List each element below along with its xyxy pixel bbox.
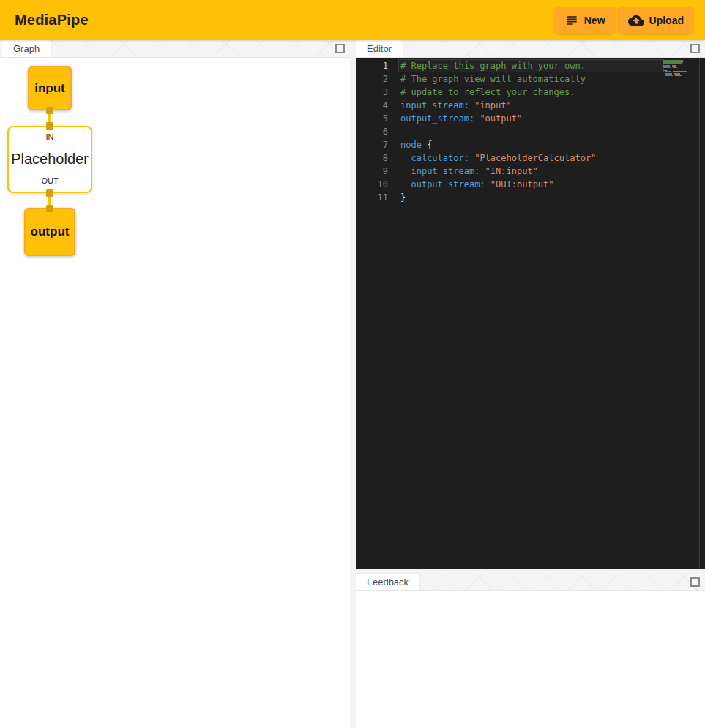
code-line: 6 <box>356 125 705 138</box>
graph-node-output-label: output <box>31 225 70 239</box>
tab-editor[interactable]: Editor <box>356 40 403 57</box>
line-number: 3 <box>356 86 388 99</box>
graph-canvas[interactable]: input IN Placeholder OUT output <box>0 58 350 728</box>
notes-icon <box>564 13 579 28</box>
graph-node-input[interactable]: input <box>28 66 72 110</box>
port-placeholder-in[interactable] <box>46 122 53 130</box>
new-button[interactable]: New <box>554 7 616 34</box>
vertical-splitter[interactable] <box>350 40 356 728</box>
code-line: 11} <box>356 191 705 204</box>
line-number: 4 <box>356 99 388 112</box>
line-number: 10 <box>356 178 388 191</box>
code-line: 3# update to reflect your changes. <box>356 86 705 99</box>
app-header: MediaPipe New Upload <box>0 0 705 40</box>
placeholder-in-port-label: IN <box>46 132 54 141</box>
code-line: 1# Replace this graph with your own. <box>356 59 705 72</box>
tab-feedback-label: Feedback <box>367 577 409 588</box>
line-number: 5 <box>356 112 388 125</box>
feedback-content <box>356 591 705 728</box>
editor-tabstrip: Editor <box>356 40 705 58</box>
code-line: 7node { <box>356 138 705 151</box>
graph-panel: Graph input IN Placeholder OUT output <box>0 40 350 728</box>
graph-node-input-label: input <box>34 81 65 96</box>
minimap-border <box>699 58 700 569</box>
code-line: 4input_stream: "input" <box>356 99 705 112</box>
code-line: 2# The graph view will automatically <box>356 72 705 86</box>
tab-editor-label: Editor <box>367 43 392 54</box>
mediapipe-visualizer-app: MediaPipe New Upload Graph input IN <box>0 0 705 728</box>
upload-button[interactable]: Upload <box>618 7 694 34</box>
graph-tabstrip: Graph <box>0 40 350 58</box>
indent-guide <box>409 151 409 191</box>
graph-node-placeholder[interactable]: IN Placeholder OUT <box>7 126 92 193</box>
upload-button-label: Upload <box>649 15 684 26</box>
feedback-panel: Feedback <box>356 574 705 728</box>
line-number: 6 <box>356 125 388 138</box>
tab-graph[interactable]: Graph <box>2 40 51 57</box>
editor-minimap[interactable] <box>663 60 699 148</box>
editor-panel: Editor 1# Replace this graph with your o… <box>356 40 705 569</box>
new-button-label: New <box>584 15 605 26</box>
code-editor[interactable]: 1# Replace this graph with your own.2# T… <box>356 58 705 569</box>
line-number: 9 <box>356 165 388 178</box>
port-placeholder-out[interactable] <box>46 189 53 197</box>
feedback-tabstrip: Feedback <box>356 574 705 591</box>
app-title: MediaPipe <box>15 12 89 29</box>
code-line: 5output_stream: "output" <box>356 112 705 125</box>
cloud-upload-icon <box>628 12 644 29</box>
port-input-out[interactable] <box>46 107 53 114</box>
line-number: 8 <box>356 151 388 165</box>
maximize-icon[interactable] <box>690 44 700 53</box>
tab-graph-label: Graph <box>13 43 40 54</box>
line-number: 11 <box>356 191 388 204</box>
placeholder-out-port-label: OUT <box>41 176 58 185</box>
line-number: 7 <box>356 138 388 151</box>
maximize-icon[interactable] <box>335 44 345 53</box>
placeholder-node-title: Placeholder <box>11 151 89 168</box>
line-number: 2 <box>356 72 388 86</box>
line-number: 1 <box>356 59 388 72</box>
graph-node-output[interactable]: output <box>24 208 75 256</box>
maximize-icon[interactable] <box>690 577 700 587</box>
tab-feedback[interactable]: Feedback <box>356 574 419 590</box>
port-output-in[interactable] <box>46 205 53 212</box>
